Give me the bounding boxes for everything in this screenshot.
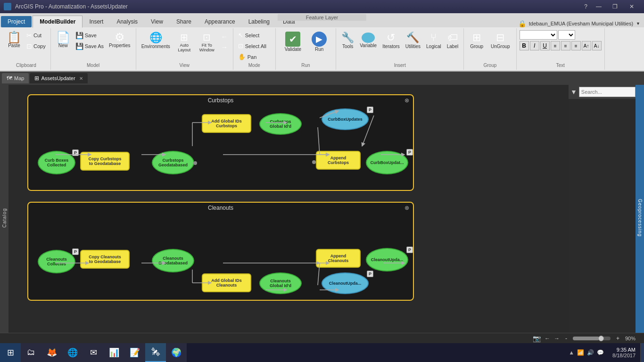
tab-labeling[interactable]: Labeling <box>242 16 276 27</box>
fit-to-window-button[interactable]: ⊡ Fit ToWindow <box>196 30 218 54</box>
taskbar-app-firefox[interactable]: 🦊 <box>41 343 62 362</box>
align-center-button[interactable]: ≡ <box>561 41 570 50</box>
cut-button[interactable]: ✂Cut <box>25 30 48 41</box>
ribbon-group-text: B I U ≡ ≡ ≡ A↑ A↓ Text <box>517 28 605 70</box>
tab-insert[interactable]: Insert <box>83 16 110 27</box>
taskbar-app-explorer[interactable]: 🗂 <box>21 343 41 362</box>
select-all-button[interactable]: ⊡Select All <box>236 41 272 51</box>
node-append-cleanouts[interactable]: Append Cleanouts <box>316 249 361 268</box>
taskbar-app-chrome[interactable]: 🌐 <box>62 343 83 362</box>
nav-forward-button[interactable]: → <box>219 42 230 52</box>
node-cleanouts-geodatabased[interactable]: Cleanouts Geodatabased <box>152 249 194 272</box>
copy-button[interactable]: ⊡Copy <box>25 41 48 51</box>
new-button[interactable]: 📄 New <box>54 30 73 49</box>
variable-button[interactable]: Variable <box>357 30 379 49</box>
tab-share[interactable]: Share <box>170 16 198 27</box>
pan-label: Pan <box>248 54 257 60</box>
zoom-out[interactable]: - <box>563 335 569 342</box>
validate-button[interactable]: ✔ Validate <box>281 30 305 53</box>
tray-volume[interactable]: 🔊 <box>587 349 594 356</box>
node-cleanouts-collected[interactable]: Cleanouts Collectes <box>38 250 75 273</box>
show-desktop-button[interactable] <box>640 343 644 362</box>
node-curbstops-global-id[interactable]: Curbstops Global Id'd <box>259 113 302 135</box>
tab-project[interactable]: Project <box>1 16 32 27</box>
maximize-button[interactable]: ❐ <box>607 3 622 10</box>
tab-view[interactable]: View <box>144 16 170 27</box>
zoom-slider[interactable] <box>573 337 611 340</box>
paste-button[interactable]: 📋 Paste <box>5 30 24 49</box>
zoom-forward[interactable]: → <box>554 335 560 342</box>
filter-icon[interactable]: ▼ <box>570 88 577 96</box>
node-append-curbstops[interactable]: Append Curbstops <box>316 151 361 170</box>
auto-layout-button[interactable]: ⊞ AutoLayout <box>173 30 195 54</box>
ribbon-group-insert: 🔧 Tools Variable ↺ Iterators 🔨 Utilities… <box>336 28 464 70</box>
title-bar: ArcGIS Pro - Automatization - AssetsUpda… <box>0 0 644 13</box>
taskbar-app-excel[interactable]: 📊 <box>104 343 124 362</box>
iterators-button[interactable]: ↺ Iterators <box>380 30 402 50</box>
group-group-label: Group <box>467 63 513 68</box>
catalog-panel[interactable]: Catalog <box>0 85 8 351</box>
minimize-button[interactable]: — <box>591 3 606 10</box>
tab-appearance[interactable]: Appearance <box>198 16 242 27</box>
node-curb-box-updat[interactable]: CurbBoxUpdat... <box>366 151 408 174</box>
taskbar-app-arcgis[interactable]: 🛰 <box>145 343 166 362</box>
ungroup-button[interactable]: ⊟ UnGroup <box>487 30 513 50</box>
taskbar-app-browser2[interactable]: 🌍 <box>166 343 187 362</box>
zoom-back[interactable]: ← <box>545 335 550 342</box>
logical-button[interactable]: ⑂ Logical <box>424 30 444 50</box>
geoprocessing-label[interactable]: Geoprocessing <box>636 85 644 351</box>
node-curb-box-updates[interactable]: CurbBoxUpdates <box>322 108 369 130</box>
font-increase-button[interactable]: A↑ <box>582 41 591 50</box>
node-copy-cleanouts[interactable]: Copy Cleanouts to Geodatabase <box>80 250 130 269</box>
font-decrease-button[interactable]: A↓ <box>592 41 602 50</box>
tray-network[interactable]: 📶 <box>577 349 584 356</box>
close-button[interactable]: ✕ <box>623 3 640 10</box>
assets-tab-close[interactable]: ✕ <box>79 76 83 81</box>
tray-icon-1[interactable]: ▲ <box>569 349 574 356</box>
node-curb-boxes-collected[interactable]: Curb Boxes Collected <box>38 151 75 174</box>
pan-button[interactable]: ✋Pan <box>236 52 272 62</box>
align-right-button[interactable]: ≡ <box>571 41 581 50</box>
tools-button[interactable]: 🔧 Tools <box>339 30 356 50</box>
node-copy-curbstops[interactable]: Copy Curbstops to Geodatabase <box>80 152 130 171</box>
label-button[interactable]: 🏷 Label <box>445 30 461 50</box>
insert-label: Insert <box>339 63 461 68</box>
user-dropdown-icon[interactable]: ▼ <box>636 21 640 26</box>
curbstops-close-icon[interactable]: ⊗ <box>405 97 409 104</box>
utilities-button[interactable]: 🔨 Utilities <box>403 30 423 50</box>
italic-button[interactable]: I <box>530 41 539 50</box>
properties-button[interactable]: ⚙ Properties <box>107 30 133 49</box>
font-family-select[interactable] <box>520 30 557 40</box>
zoom-in[interactable]: + <box>614 335 621 342</box>
run-button[interactable]: ▶ Run <box>307 30 331 53</box>
search-input[interactable] <box>579 87 636 97</box>
tab-modelbuilder[interactable]: ModelBuilder <box>33 16 83 28</box>
node-cleanout-upda1[interactable]: CleanoutUpda... <box>366 248 408 272</box>
environments-button[interactable]: 🌐 Environments <box>139 30 173 50</box>
node-add-global-ids-curbstops[interactable]: Add Global IDs Curbstops <box>202 114 251 133</box>
screenshot-icon[interactable]: 📷 <box>533 335 541 342</box>
tab-analysis[interactable]: Analysis <box>110 16 144 27</box>
underline-button[interactable]: U <box>540 41 550 50</box>
help-button[interactable]: ? <box>581 3 590 10</box>
node-cleanouts-global-id[interactable]: Cleanouts Global Id'd <box>259 272 302 294</box>
taskbar-app-outlook[interactable]: ✉ <box>83 343 104 362</box>
group-button[interactable]: ⊞ Group <box>467 30 487 50</box>
tray-notification[interactable]: 💬 <box>597 349 604 356</box>
clock-area[interactable]: 9:35 AM 8/18/2017 <box>608 347 640 358</box>
start-button[interactable]: ⊞ <box>0 343 21 362</box>
node-cleanout-upda2[interactable]: CleanoutUpda... <box>322 272 369 294</box>
save-as-button[interactable]: 💾Save As <box>74 41 106 51</box>
node-add-global-ids-cleanouts[interactable]: Add Global IDs Cleanouts <box>202 273 251 292</box>
nav-back-button[interactable]: ← <box>219 32 230 41</box>
tab-map[interactable]: 🗺 Map <box>2 73 29 83</box>
node-curbstops-geodatabased[interactable]: Curbstops Geodatabased <box>152 151 194 174</box>
tab-assets-updater[interactable]: ⊞ AssetsUpdater ✕ <box>30 73 87 83</box>
cleanouts-close-icon[interactable]: ⊗ <box>405 205 409 211</box>
font-size-select[interactable] <box>558 30 575 40</box>
taskbar-app-word[interactable]: 📝 <box>124 343 145 362</box>
bold-button[interactable]: B <box>520 41 529 50</box>
align-left-button[interactable]: ≡ <box>551 41 560 50</box>
save-button[interactable]: 💾Save <box>74 30 106 41</box>
select-button[interactable]: ↖Select <box>236 30 272 40</box>
